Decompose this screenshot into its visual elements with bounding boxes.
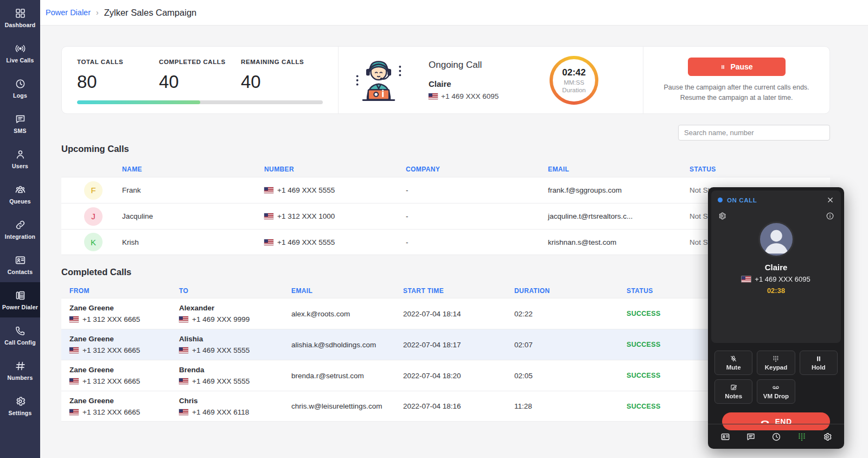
call-email: brenda.r@setrust.com (283, 372, 395, 380)
pause-card: Pause Pause the campaign after the curre… (643, 47, 829, 113)
search-input[interactable] (678, 125, 830, 141)
caller-avatar (758, 221, 794, 257)
id-card-icon (15, 255, 26, 266)
person-silhouette-icon (760, 223, 793, 256)
chat-icon[interactable] (746, 432, 756, 442)
breadcrumb-parent-link[interactable]: Power Dialer (46, 8, 91, 17)
column-header-start-time[interactable]: START TIME (395, 287, 506, 295)
call-email: alishia.k@sdholdings.com (283, 341, 395, 349)
sidebar-item-numbers[interactable]: Numbers (0, 353, 40, 388)
widget-info-icon[interactable] (826, 212, 834, 220)
notes-button[interactable]: Notes (714, 379, 752, 404)
upcoming-calls-heading: Upcoming Calls (61, 144, 830, 154)
contact-email: krishnan.s@test.com (548, 238, 690, 246)
contact-email: frank.f@sggroups.com (548, 186, 690, 194)
id-card-icon[interactable] (720, 432, 730, 442)
page-title: Zylker Sales Campaign (104, 8, 197, 18)
call-email: alex.k@roots.com (283, 310, 395, 318)
sidebar-item-call-config[interactable]: Call Config (0, 317, 40, 353)
stat-remaining-calls: REMAINING CALLS 40 (241, 59, 323, 92)
hash-icon (15, 360, 26, 372)
call-action-label: Keypad (765, 364, 788, 371)
mute-icon (730, 355, 737, 362)
gear-icon[interactable] (822, 432, 832, 442)
column-header-number[interactable]: NUMBER (264, 166, 406, 173)
sidebar-item-integration[interactable]: Integration (0, 212, 40, 247)
on-call-dot (718, 198, 723, 202)
ongoing-call-card: Ongoing Call Claire +1 469 XXX 6095 02:4… (338, 47, 643, 113)
contact-company: - (406, 238, 548, 246)
sidebar-item-queues[interactable]: Queues (0, 176, 40, 212)
stat-completed-calls: COMPLETED CALLS 40 (159, 59, 241, 92)
column-header-duration[interactable]: DURATION (506, 287, 618, 295)
group-icon (15, 184, 26, 195)
call-widget-toolbar (708, 424, 844, 449)
voicemail-icon (772, 384, 780, 391)
stat-label: REMAINING CALLS (241, 59, 323, 65)
us-flag-icon (742, 276, 751, 282)
us-flag-icon (69, 409, 79, 415)
to-name: Alishia (179, 335, 283, 343)
contact-company: - (406, 212, 548, 220)
widget-settings-icon[interactable] (718, 212, 726, 220)
hold-button[interactable]: Hold (800, 351, 838, 375)
us-flag-icon (179, 347, 188, 353)
from-number: +1 312 XXX 6665 (82, 408, 140, 416)
column-header-from[interactable]: FROM (61, 287, 171, 295)
sidebar-item-settings[interactable]: Settings (0, 388, 40, 423)
pause-button-label: Pause (730, 62, 752, 71)
sidebar-item-power-dialer[interactable]: Power Dialer (0, 282, 40, 317)
sidebar-item-label: Power Dialer (2, 304, 38, 310)
contact-number: +1 469 XXX 5555 (277, 238, 335, 246)
contact-company: - (406, 186, 548, 194)
pause-campaign-button[interactable]: Pause (688, 58, 786, 76)
to-number: +1 469 XXX 6118 (192, 408, 249, 416)
us-flag-icon (179, 316, 188, 322)
call-timer: 02:38 (718, 287, 834, 295)
us-flag-icon (179, 409, 188, 415)
keypad-button[interactable]: Keypad (757, 351, 795, 375)
from-name: Zane Greene (69, 335, 171, 343)
to-name: Chris (179, 397, 283, 405)
sidebar-item-label: Live Calls (6, 57, 34, 63)
call-widget: ON CALL Claire +1 469 XXX 6095 02:38 Mut… (708, 187, 844, 449)
sidebar: Dashboard Live Calls Logs SMS Users Queu… (0, 0, 40, 458)
sidebar-item-label: Call Config (4, 339, 36, 346)
agent-illustration (353, 54, 405, 106)
from-name: Zane Greene (69, 397, 171, 405)
sidebar-item-dashboard[interactable]: Dashboard (0, 0, 40, 35)
call-action-label: Hold (812, 364, 826, 371)
keypad-icon (772, 355, 780, 362)
sidebar-item-label: Integration (5, 233, 35, 240)
mute-button[interactable]: Mute (714, 351, 752, 375)
to-number: +1 469 XXX 5555 (192, 377, 250, 385)
vm-drop-button[interactable]: VM Drop (757, 379, 795, 404)
stat-label: COMPLETED CALLS (159, 59, 241, 65)
call-widget-info-panel: ON CALL Claire +1 469 XXX 6095 02:38 (711, 190, 841, 343)
column-header-email[interactable]: EMAIL (548, 166, 690, 173)
to-number: +1 469 XXX 9999 (192, 315, 250, 323)
link-icon (15, 219, 26, 231)
column-header-email[interactable]: EMAIL (283, 287, 395, 295)
from-number: +1 312 XXX 6665 (82, 377, 140, 385)
call-email: chris.w@leisurelettings.com (283, 402, 395, 410)
sidebar-item-live-calls[interactable]: Live Calls (0, 35, 40, 71)
sidebar-item-logs[interactable]: Logs (0, 71, 40, 106)
pause-icon (815, 355, 822, 362)
to-name: Alexander (179, 304, 283, 312)
sidebar-item-contacts[interactable]: Contacts (0, 247, 40, 282)
us-flag-icon (69, 378, 79, 384)
stat-total-calls: TOTAL CALLS 80 (77, 59, 159, 92)
column-header-name[interactable]: NAME (61, 166, 264, 173)
sidebar-item-sms[interactable]: SMS (0, 106, 40, 141)
call-action-label: Mute (726, 364, 741, 371)
call-action-label: VM Drop (763, 393, 789, 399)
column-header-status[interactable]: STATUS (690, 166, 830, 173)
column-header-to[interactable]: TO (171, 287, 283, 295)
column-header-company[interactable]: COMPANY (406, 166, 548, 173)
call-start-time: 2022-07-04 18:16 (395, 402, 506, 410)
close-icon[interactable] (826, 196, 834, 204)
sidebar-item-users[interactable]: Users (0, 141, 40, 176)
keypad-icon[interactable] (797, 432, 807, 442)
clock-icon[interactable] (771, 432, 781, 442)
